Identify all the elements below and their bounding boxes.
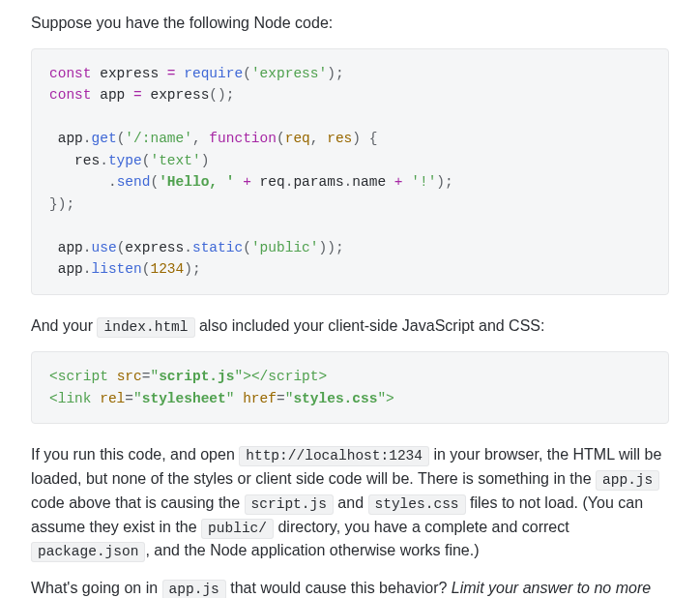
txt: res — [49, 153, 100, 168]
text: also included your client-side JavaScrip… — [195, 317, 545, 334]
txt — [92, 391, 101, 406]
punc: . — [184, 240, 192, 255]
fn-use: use — [92, 240, 117, 255]
fn-require: require — [184, 66, 243, 81]
code-appjs: app.js — [596, 470, 659, 491]
text: And your — [31, 317, 97, 334]
op-plus: + — [394, 174, 403, 190]
str-bang: '!' — [411, 174, 436, 190]
punc: ( — [150, 174, 159, 190]
document-body: Suppose you have the following Node code… — [0, 0, 700, 598]
punc: ) — [319, 240, 328, 255]
txt: app — [49, 240, 83, 255]
angle: < — [49, 369, 58, 384]
text: If you run this code, and open — [31, 446, 239, 463]
punc: ; — [226, 87, 235, 103]
num-port: 1234 — [150, 261, 184, 277]
punc: . — [344, 174, 353, 190]
code-appjs-2: app.js — [162, 580, 226, 598]
txt: params — [293, 174, 343, 190]
attr-src: src — [117, 369, 142, 384]
angle: > — [386, 391, 394, 406]
txt: express — [142, 87, 210, 103]
intro-text: Suppose you have the following Node code… — [31, 12, 669, 35]
punc: . — [100, 153, 108, 168]
str-text: 'text' — [150, 153, 200, 168]
punc: . — [83, 261, 92, 277]
punc: ) — [184, 261, 192, 277]
str-express: 'express' — [251, 66, 327, 81]
attrval-scriptjs: script.js — [159, 369, 234, 384]
txt — [234, 391, 243, 406]
str-public: 'public' — [251, 240, 319, 255]
text: directory, you have a complete and corre… — [274, 519, 569, 535]
punc: ) — [218, 87, 226, 103]
quote: " — [150, 369, 159, 384]
kw-function: function — [209, 131, 277, 146]
fn-get: get — [92, 131, 117, 146]
text: , and the Node application otherwise wor… — [145, 542, 479, 558]
text: code above that is causing the — [31, 494, 245, 511]
txt — [234, 174, 243, 190]
punc: ) — [327, 240, 335, 255]
quote: " — [377, 391, 386, 406]
para-2: And your index.html also included your c… — [31, 314, 669, 339]
fn-type: type — [108, 153, 142, 168]
quote: " — [133, 391, 142, 406]
tag-script: script — [58, 369, 108, 384]
attrval-stylescss: styles.css — [293, 391, 377, 406]
punc: . — [83, 240, 92, 255]
fn-listen: listen — [92, 261, 142, 277]
angle: </ — [251, 369, 268, 384]
punc: ; — [335, 240, 344, 255]
op-plus: + — [243, 174, 251, 190]
para-4: What's going on in app.js that would cau… — [31, 577, 669, 598]
punc: ( — [209, 87, 218, 103]
txt: app — [49, 261, 83, 277]
angle: > — [319, 369, 328, 384]
kw-const: const — [49, 87, 92, 103]
code-stylescss: styles.css — [368, 494, 466, 515]
angle: < — [49, 391, 58, 406]
str-hello: 'Hello, ' — [159, 174, 234, 190]
text: What's going on in — [31, 580, 162, 596]
punc: . — [83, 131, 92, 146]
tag-script-close: script — [268, 369, 318, 384]
punc: ; — [445, 174, 453, 190]
attr-href: href — [243, 391, 277, 406]
html-code-block: <script src="script.js"></script> <link … — [31, 351, 669, 424]
punc: } — [49, 196, 58, 212]
txt — [176, 66, 185, 81]
attr-rel: rel — [100, 391, 125, 406]
punc: ( — [277, 131, 285, 146]
txt: name — [352, 174, 394, 190]
punc: , — [192, 131, 201, 146]
op-eq: = — [133, 87, 142, 103]
param-req: req — [285, 131, 310, 146]
quote: " — [234, 369, 243, 384]
txt: express — [125, 240, 184, 255]
punc: ) — [352, 131, 361, 146]
angle: > — [243, 369, 251, 384]
punc: ; — [335, 66, 344, 81]
txt: express — [92, 66, 167, 81]
punc: = — [125, 391, 133, 406]
punc: ( — [243, 66, 251, 81]
txt: app — [49, 131, 83, 146]
txt: req — [251, 174, 285, 190]
punc: { — [369, 131, 378, 146]
str-route: '/:name' — [125, 131, 192, 146]
kw-const: const — [49, 66, 92, 81]
tag-link: link — [58, 391, 92, 406]
punc: . — [108, 174, 117, 190]
op-eq: = — [167, 66, 176, 81]
punc: = — [277, 391, 285, 406]
text: that would cause this behavior? — [226, 580, 452, 596]
code-packagejson: package.json — [31, 542, 145, 562]
punc: ) — [436, 174, 445, 190]
punc: ( — [243, 240, 251, 255]
punc: ) — [201, 153, 210, 168]
code-scriptjs: script.js — [245, 494, 334, 515]
param-res: res — [327, 131, 352, 146]
text: and — [334, 494, 368, 511]
